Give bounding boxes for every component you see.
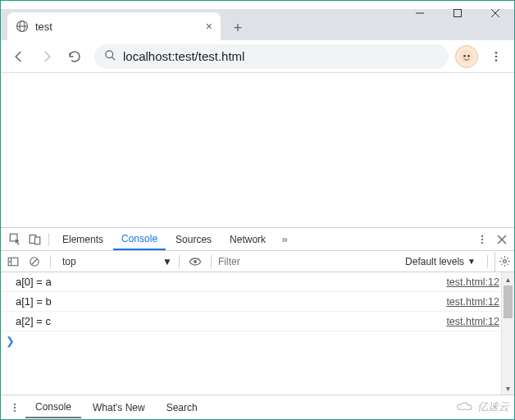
more-tabs-button[interactable]: » [276, 231, 294, 249]
settings-icon[interactable] [494, 252, 514, 272]
console-row: a[1] = b test.html:12 [1, 292, 514, 312]
devtools-panel: Elements Console Sources Network » [1, 227, 514, 419]
svg-point-10 [463, 54, 466, 57]
console-message: a[2] = c [16, 315, 446, 327]
devtools-tab-bar: Elements Console Sources Network » [1, 228, 514, 251]
close-devtools-button[interactable] [493, 231, 511, 249]
console-row: a[2] = c test.html:12 [1, 312, 514, 331]
svg-point-31 [14, 409, 16, 411]
devtools-menu-button[interactable] [473, 231, 491, 249]
watermark: 亿速云 [456, 399, 509, 414]
inspect-element-icon[interactable] [6, 231, 24, 249]
separator [211, 255, 212, 268]
chevron-right-icon: ❯ [6, 335, 15, 347]
scrollbar[interactable]: ▴ ▾ [501, 272, 514, 395]
tab-sources[interactable]: Sources [167, 228, 220, 250]
tab-console[interactable]: Console [113, 228, 166, 250]
context-label: top [62, 256, 76, 267]
svg-point-13 [495, 55, 498, 57]
browser-menu-button[interactable] [483, 43, 509, 70]
live-expression-icon[interactable] [186, 253, 204, 271]
svg-point-19 [481, 238, 483, 240]
svg-line-26 [32, 258, 38, 264]
drawer-tab-search[interactable]: Search [157, 396, 207, 418]
separator [487, 255, 488, 268]
svg-rect-1 [454, 10, 462, 17]
svg-point-12 [495, 52, 498, 54]
address-bar[interactable]: localhost:test/test.html [94, 44, 449, 69]
search-icon [104, 49, 116, 64]
drawer-tab-whatsnew[interactable]: What's New [83, 396, 155, 418]
cloud-icon [456, 401, 474, 413]
back-button[interactable] [6, 43, 32, 70]
filter-input[interactable] [218, 256, 402, 267]
context-selector[interactable]: top ▼ [57, 254, 172, 269]
close-tab-button[interactable]: × [206, 20, 212, 33]
levels-label: Default levels [405, 256, 464, 267]
separator [50, 255, 51, 268]
close-window-button[interactable] [476, 1, 514, 25]
svg-point-18 [481, 235, 483, 236]
svg-point-7 [106, 50, 113, 57]
svg-point-11 [467, 54, 470, 57]
scrollbar-thumb[interactable] [504, 285, 513, 318]
svg-point-29 [14, 403, 16, 404]
svg-rect-17 [34, 237, 39, 244]
clear-console-icon[interactable] [25, 253, 43, 271]
console-source-link[interactable]: test.html:12 [446, 316, 499, 327]
new-tab-button[interactable]: + [226, 16, 250, 40]
svg-point-14 [495, 59, 498, 62]
minimize-button[interactable] [401, 1, 439, 25]
console-toolbar: top ▼ Default levels ▼ [1, 251, 514, 272]
toggle-sidebar-icon[interactable] [4, 253, 22, 271]
globe-icon [16, 20, 29, 33]
page-viewport [1, 73, 514, 227]
chevron-down-icon: ▼ [467, 257, 476, 266]
tab-network[interactable]: Network [221, 228, 274, 250]
browser-window: test × + localhost:test/test.html [0, 0, 515, 420]
window-controls [401, 1, 514, 25]
separator [179, 255, 180, 268]
scroll-down-button[interactable]: ▾ [502, 381, 514, 395]
profile-avatar[interactable] [455, 45, 478, 68]
console-row: a[0] = a test.html:12 [1, 272, 514, 292]
forward-button[interactable] [34, 43, 60, 70]
browser-tab[interactable]: test × [7, 12, 221, 40]
log-levels-selector[interactable]: Default levels ▼ [405, 256, 481, 267]
scroll-up-button[interactable]: ▴ [502, 272, 514, 285]
drawer-menu-button[interactable] [6, 399, 24, 417]
chevron-down-icon: ▼ [162, 256, 172, 267]
svg-point-30 [14, 406, 16, 408]
console-message: a[1] = b [16, 295, 446, 308]
browser-toolbar: localhost:test/test.html [1, 40, 514, 73]
svg-line-8 [112, 57, 115, 60]
maximize-button[interactable] [439, 1, 476, 25]
separator [48, 233, 49, 246]
svg-point-27 [194, 260, 197, 263]
svg-point-20 [481, 241, 483, 243]
console-output: a[0] = a test.html:12 a[1] = b test.html… [1, 272, 514, 395]
tab-elements[interactable]: Elements [54, 228, 112, 250]
url-text: localhost:test/test.html [123, 49, 244, 63]
svg-point-9 [460, 49, 474, 63]
console-source-link[interactable]: test.html:12 [446, 296, 499, 308]
console-message: a[0] = a [16, 276, 446, 288]
tab-title: test [35, 21, 199, 33]
svg-point-28 [504, 260, 507, 263]
console-source-link[interactable]: test.html:12 [446, 276, 499, 288]
devtools-drawer: Console What's New Search [1, 395, 514, 419]
console-prompt[interactable]: ❯ [1, 331, 514, 349]
reload-button[interactable] [62, 43, 88, 70]
watermark-text: 亿速云 [477, 399, 509, 414]
device-toolbar-icon[interactable] [25, 231, 43, 249]
drawer-tab-console[interactable]: Console [25, 396, 81, 418]
